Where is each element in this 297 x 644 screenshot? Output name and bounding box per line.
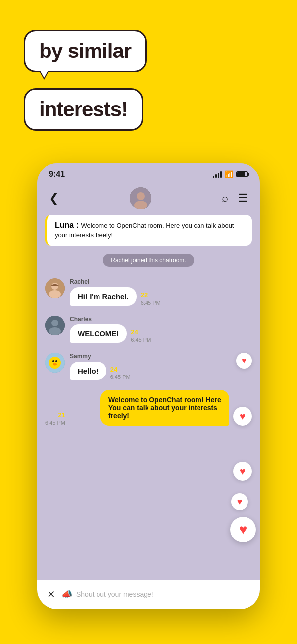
rachel-reactions: 22	[141, 291, 148, 299]
rachel-meta: 22 6:45 PM	[141, 291, 161, 306]
message-outgoing-row: 21 6:45 PM Welcome to OpenChat room! Her…	[45, 390, 252, 426]
wifi-icon: 📶	[225, 170, 233, 178]
heart-float-3[interactable]: ♥	[230, 517, 256, 542]
sammy-avatar-svg	[45, 353, 65, 373]
charles-sender-name: Charles	[70, 316, 252, 322]
status-icons: 📶	[213, 170, 248, 178]
close-button[interactable]: ✕	[47, 589, 55, 600]
sammy-time: 6:45 PM	[110, 374, 131, 380]
out-time: 6:45 PM	[45, 420, 65, 426]
signal-bar-3	[218, 173, 219, 178]
charles-avatar-svg	[45, 316, 65, 335]
pinned-message: Luna : Welcome to OpenChat room. Here yo…	[45, 215, 252, 246]
charles-time: 6:45 PM	[131, 337, 151, 343]
svg-point-4	[51, 283, 58, 290]
svg-point-11	[52, 360, 54, 362]
rachel-msg-content: Rachel Hi! I'm Rachel. 22 6:45 PM	[70, 278, 252, 306]
avatar[interactable]	[130, 187, 151, 209]
out-left-meta: 21 6:45 PM	[45, 411, 97, 426]
bubble-interests: interests!	[24, 88, 143, 131]
heart-reaction-sammy[interactable]: ♥	[236, 353, 252, 369]
system-message: Rachel joined this chatroom.	[37, 254, 260, 267]
heart-float-1[interactable]: ♥	[233, 462, 252, 481]
avatar-rachel[interactable]	[45, 278, 65, 298]
svg-point-7	[51, 320, 58, 326]
avatar-sammy[interactable]	[45, 353, 65, 373]
battery-fill	[237, 172, 245, 176]
out-reactions: 21	[58, 411, 65, 419]
status-time: 9:41	[49, 170, 65, 179]
charles-bubble: WELCOME!	[70, 324, 127, 343]
status-bar: 9:41 📶	[37, 163, 260, 183]
avatar-svg	[130, 187, 151, 209]
nav-right-icons: ⌕ ☰	[222, 192, 248, 205]
svg-point-1	[137, 192, 145, 200]
sammy-meta: 24 6:45 PM	[110, 366, 131, 380]
rachel-sender-name: Rachel	[70, 278, 252, 285]
megaphone-icon: 📣	[61, 589, 72, 600]
background: by similar interests! 9:41 📶	[0, 0, 297, 644]
battery-icon	[236, 171, 248, 177]
search-icon[interactable]: ⌕	[222, 192, 228, 205]
avatar-charles[interactable]	[45, 316, 65, 335]
rachel-bubble-row: Hi! I'm Rachel. 22 6:45 PM	[70, 287, 252, 306]
pinned-sender: Luna :	[55, 221, 79, 229]
menu-icon[interactable]: ☰	[238, 192, 248, 205]
input-placeholder[interactable]: Shout out your message!	[76, 590, 153, 598]
by-similar-text: by similar	[39, 39, 131, 62]
sammy-bubble-row: Hello! 24 6:45 PM	[70, 362, 231, 380]
heart-float-2[interactable]: ♥	[231, 493, 248, 510]
rachel-bubble: Hi! I'm Rachel.	[70, 287, 137, 306]
messages-container: Rachel Hi! I'm Rachel. 22 6:45 PM	[37, 274, 260, 439]
rachel-time: 6:45 PM	[141, 300, 161, 306]
charles-bubble-row: WELCOME! 24 6:45 PM	[70, 324, 252, 343]
message-charles: Charles WELCOME! 24 6:45 PM	[45, 316, 252, 343]
sammy-reactions: 24	[110, 366, 117, 373]
message-sammy: Sammy Hello! 24 6:45 PM ♥	[45, 353, 252, 380]
system-msg-text: Rachel joined this chatroom.	[103, 254, 194, 267]
svg-point-12	[55, 360, 57, 362]
svg-point-5	[49, 290, 61, 298]
pinned-text: Welcome to OpenChat room. Here you can t…	[55, 222, 234, 239]
charles-meta: 24 6:45 PM	[131, 328, 151, 343]
bubble-by-similar: by similar	[24, 30, 147, 72]
message-input-area[interactable]: 📣 Shout out your message!	[61, 589, 250, 600]
signal-bar-1	[213, 176, 214, 178]
signal-bars-icon	[213, 171, 222, 178]
avatar-image	[130, 187, 151, 209]
sammy-msg-content: Sammy Hello! 24 6:45 PM	[70, 353, 231, 380]
svg-point-10	[49, 357, 61, 369]
message-rachel: Rachel Hi! I'm Rachel. 22 6:45 PM	[45, 278, 252, 306]
heart-reaction-lg[interactable]: ♥	[233, 407, 252, 426]
interests-text: interests!	[39, 98, 128, 121]
charles-msg-content: Charles WELCOME! 24 6:45 PM	[70, 316, 252, 343]
svg-point-13	[53, 363, 57, 366]
back-button[interactable]: ❮	[49, 191, 59, 205]
heart-reactions-col: ♥	[233, 407, 252, 426]
outgoing-bubble: Welcome to OpenChat room! Here You can t…	[100, 390, 229, 426]
sammy-sender-name: Sammy	[70, 353, 231, 360]
sammy-bubble: Hello!	[70, 362, 106, 380]
rachel-avatar-svg	[45, 278, 65, 298]
phone-mockup: 9:41 📶 ❮	[37, 163, 260, 609]
signal-bar-4	[220, 171, 222, 178]
svg-point-8	[49, 327, 61, 335]
nav-bar: ❮ ⌕ ☰	[37, 183, 260, 215]
header-area: by similar interests!	[24, 30, 147, 131]
bottom-input-bar: ✕ 📣 Shout out your message!	[37, 580, 260, 609]
charles-reactions: 24	[131, 328, 138, 336]
signal-bar-2	[215, 174, 217, 178]
out-meta: 21 6:45 PM	[45, 411, 65, 426]
